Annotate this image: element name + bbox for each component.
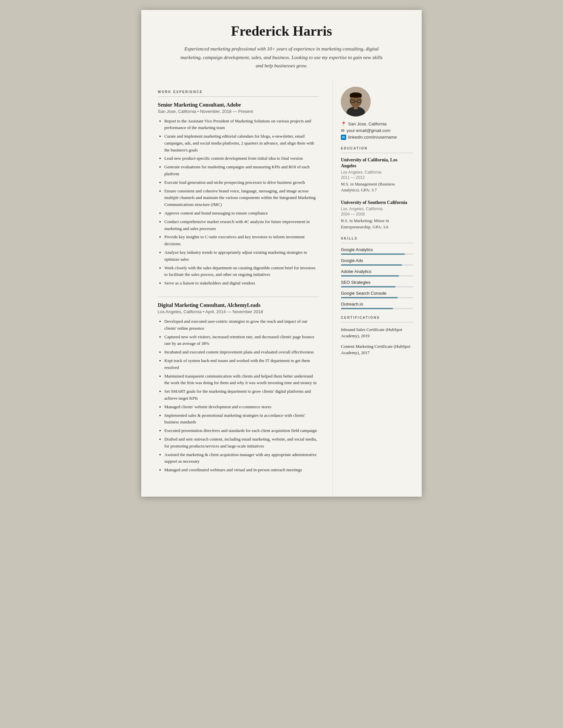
edu-1-years: 2011 — 2012: [341, 175, 414, 180]
job-1-bullet-4: Generate evaluations for marketing campa…: [164, 164, 319, 178]
edu-2-years: 2004 — 2008: [341, 212, 414, 216]
edu-2-degree: B.S. in Marketing; Minor in Entrepreneur…: [341, 218, 414, 230]
job-1-dates: November, 2018 — Present: [200, 109, 253, 114]
skill-3-bar-fill: [341, 275, 399, 277]
skill-6-bar-fill: [341, 308, 393, 309]
job-1-bullet-3: Lead new product-specific content develo…: [164, 155, 319, 162]
email-icon: ✉: [341, 128, 345, 133]
job-1-bullet-11: Work closely with the sales department o…: [164, 265, 319, 279]
job-2-separator: •: [203, 309, 205, 314]
candidate-summary: Experienced marketing professional with …: [179, 45, 384, 70]
skill-3-name: Adobe Analytics: [341, 269, 414, 274]
job-2-bullet-1: Developed and executed user-centric stra…: [164, 318, 319, 332]
skill-2: Google Ads: [341, 258, 414, 266]
job-1-separator: •: [197, 109, 200, 114]
resume-document: Frederick Harris Experienced marketing p…: [141, 10, 422, 497]
job-2-bullet-8: Implemented sales & promotional marketin…: [164, 412, 319, 426]
skills-label: SKILLS: [341, 237, 414, 240]
skill-1-bar-fill: [341, 253, 405, 255]
skill-2-name: Google Ads: [341, 258, 414, 263]
certifications-divider: [341, 322, 414, 322]
job-2-bullet-9: Executed presentation directives and sta…: [164, 427, 319, 434]
job-1-location: San Jose, California: [158, 109, 196, 114]
job-1-bullet-1: Report to the Assistant Vice President o…: [164, 118, 319, 132]
education-divider: [341, 153, 414, 153]
job-2-bullet-10: Drafted and sent outreach content, inclu…: [164, 436, 319, 450]
skill-5-bar-bg: [341, 297, 414, 298]
contact-linkedin: in linkedin.com/in/username: [341, 135, 414, 140]
edu-2-location: Los, Angeles, California: [341, 207, 414, 211]
contact-email: ✉ your-email@gmail.com: [341, 128, 414, 133]
job-2-bullets: Developed and executed user-centric stra…: [158, 318, 319, 474]
skill-2-bar-fill: [341, 264, 402, 266]
education-label: EDUCATION: [341, 147, 414, 150]
edu-2: University of Southern California Los, A…: [341, 200, 414, 230]
edu-1-degree: M.S. in Management (Business Analytics).…: [341, 181, 414, 193]
certifications-label: CERTIFICATIONS: [341, 316, 414, 319]
profile-photo: [341, 87, 371, 116]
sidebar-column: 📍 San Jose, California ✉ your-email@gmai…: [333, 80, 422, 497]
skill-2-bar-bg: [341, 264, 414, 266]
education-section: EDUCATION University of California, Los …: [341, 147, 414, 230]
job-1: Senior Marketing Consultant, Adobe San J…: [158, 102, 319, 287]
skill-4-bar-bg: [341, 286, 414, 287]
job-1-bullets: Report to the Assistant Vice President o…: [158, 118, 319, 287]
skill-6: Outreach.io: [341, 302, 414, 309]
job-1-bullet-10: Analyze key industry trends to appropria…: [164, 249, 319, 263]
skill-5: Google Search Console: [341, 291, 414, 298]
cert-2: Content Marketing Certificate (HubSpot A…: [341, 343, 414, 356]
job-2-location: Los Angeles, California: [158, 309, 202, 314]
job-1-meta: San Jose, California • November, 2018 — …: [158, 109, 319, 114]
edu-1-location: Los Angeles, California: [341, 170, 414, 175]
skill-1-name: Google Analytics: [341, 247, 414, 252]
cert-1: Inbound Sales Certificate (HubSpot Acade…: [341, 326, 414, 339]
skill-1: Google Analytics: [341, 247, 414, 255]
job-2-bullet-5: Maintained transparent communication wit…: [164, 373, 319, 387]
resume-body: WORK EXPERIENCE Senior Marketing Consult…: [141, 80, 422, 497]
job-2-bullet-4: Kept track of system back-end issues and…: [164, 357, 319, 371]
certifications-section: CERTIFICATIONS Inbound Sales Certificate…: [341, 316, 414, 356]
job-1-bullet-8: Conduct comprehensive market research wi…: [164, 218, 319, 232]
skill-6-name: Outreach.io: [341, 302, 414, 307]
job-1-bullet-5: Execute lead generation and niche prospe…: [164, 179, 319, 186]
job-1-bullet-9: Provide key insights to C-suite executiv…: [164, 234, 319, 248]
job-2-bullet-11: Assisted the marketing & client acquisit…: [164, 451, 319, 465]
edu-1: University of California, Los Angeles Lo…: [341, 157, 414, 193]
job-1-bullet-6: Ensure consistent and cohesive brand voi…: [164, 188, 319, 208]
edu-1-school: University of California, Los Angeles: [341, 157, 414, 169]
linkedin-icon: in: [341, 135, 346, 140]
job-1-bullet-12: Serve as a liaison to stakeholders and d…: [164, 280, 319, 287]
work-section-divider: [158, 96, 319, 97]
main-column: WORK EXPERIENCE Senior Marketing Consult…: [141, 80, 333, 497]
svg-rect-8: [350, 94, 362, 97]
work-experience-label: WORK EXPERIENCE: [158, 90, 319, 94]
skill-5-name: Google Search Console: [341, 291, 414, 296]
job-2-meta: Los Angeles, California • April, 2014 — …: [158, 309, 319, 314]
job-2-bullet-3: Incubated and executed content improveme…: [164, 349, 319, 356]
job-2: Digital Marketing Consultant, AlchemyLea…: [158, 302, 319, 474]
job-2-bullet-2: Captured new web visitors, increased ret…: [164, 334, 319, 347]
location-icon: 📍: [341, 121, 346, 126]
skill-3: Adobe Analytics: [341, 269, 414, 277]
candidate-name: Frederick Harris: [161, 23, 402, 39]
job-1-bullet-2: Curate and implement marketing editorial…: [164, 133, 319, 153]
job-1-title: Senior Marketing Consultant, Adobe: [158, 102, 319, 108]
job-2-title: Digital Marketing Consultant, AlchemyLea…: [158, 302, 319, 308]
skill-3-bar-bg: [341, 275, 414, 277]
skill-4-name: SEO Strategies: [341, 280, 414, 285]
skill-1-bar-bg: [341, 253, 414, 255]
skills-section: SKILLS Google Analytics Google Ads Adobe…: [341, 237, 414, 309]
skill-4-bar-fill: [341, 286, 395, 287]
job-2-bullet-6: Set SMART goals for the marketing depart…: [164, 388, 319, 402]
job-2-bullet-12: Managed and coordinated webinars and vir…: [164, 467, 319, 474]
job-2-dates: April, 2014 — November 2018: [205, 309, 263, 314]
contact-info: 📍 San Jose, California ✉ your-email@gmai…: [341, 121, 414, 140]
job-2-bullet-7: Managed clients' website development and…: [164, 404, 319, 411]
edu-2-school: University of Southern California: [341, 200, 414, 206]
job-1-bullet-7: Approve content and brand messaging to e…: [164, 210, 319, 217]
job-2-divider: [158, 297, 319, 297]
skill-5-bar-fill: [341, 297, 398, 298]
contact-location: 📍 San Jose, California: [341, 121, 414, 126]
skills-divider: [341, 243, 414, 243]
skill-6-bar-bg: [341, 308, 414, 309]
